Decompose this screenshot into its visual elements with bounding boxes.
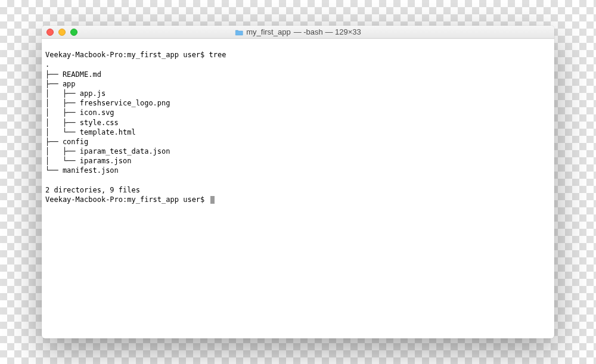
terminal-body[interactable]: Veekay-Macbook-Pro:my_first_app user$ tr… — [42, 39, 554, 338]
folder-icon — [235, 29, 243, 35]
terminal-window: my_first_app — -bash — 129×33 Veekay-Mac… — [42, 26, 554, 338]
traffic-lights — [46, 29, 77, 36]
window-title-folder: my_first_app — [246, 27, 290, 36]
window-title: my_first_app — -bash — 129×33 — [235, 27, 361, 36]
tree-output: . ├── README.md ├── app │ ├── app.js │ ├… — [45, 60, 170, 175]
cursor — [210, 196, 215, 204]
tree-summary: 2 directories, 9 files — [45, 186, 140, 194]
prompt-command: tree — [209, 51, 226, 59]
title-bar: my_first_app — -bash — 129×33 — [42, 26, 554, 39]
close-button[interactable] — [46, 29, 54, 36]
prompt-prefix-2: Veekay-Macbook-Pro:my_first_app user$ — [45, 195, 209, 204]
minimize-button[interactable] — [58, 29, 66, 36]
prompt-prefix: Veekay-Macbook-Pro:my_first_app user$ — [45, 51, 209, 59]
maximize-button[interactable] — [70, 29, 77, 36]
window-title-suffix: — -bash — 129×33 — [294, 27, 361, 36]
